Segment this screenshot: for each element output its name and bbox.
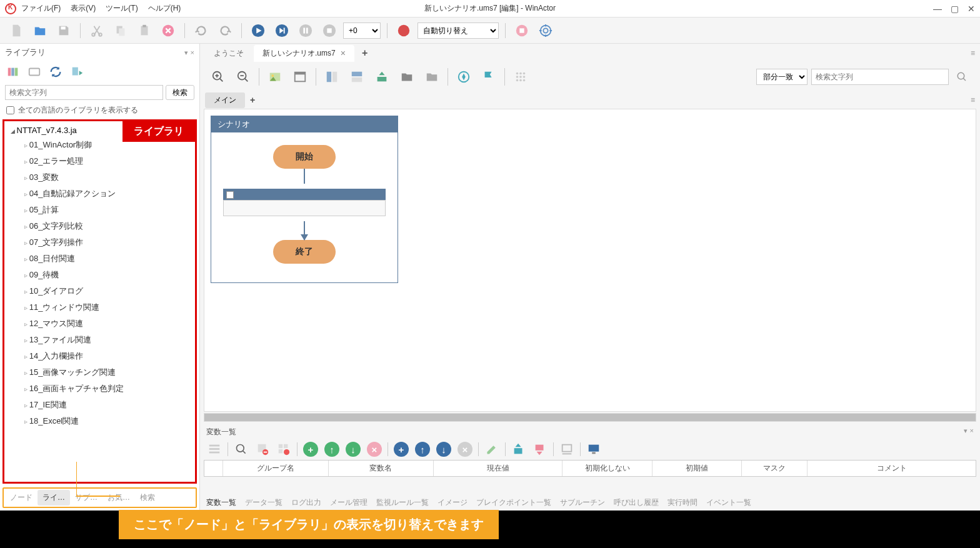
speed-select[interactable]: +0 xyxy=(343,22,381,39)
col-mask[interactable]: マスク xyxy=(742,461,808,476)
var-export-icon[interactable] xyxy=(531,440,549,459)
sidebar-close-icon[interactable]: × xyxy=(191,49,194,57)
library-search-input[interactable] xyxy=(5,85,163,100)
cut-button[interactable] xyxy=(87,21,107,41)
close-button[interactable]: ✕ xyxy=(968,4,975,14)
var-up2-icon[interactable]: ↑ xyxy=(413,440,432,459)
var-search-icon[interactable] xyxy=(232,440,251,459)
col-group[interactable]: グループ名 xyxy=(223,461,329,476)
var-panel-close-icon[interactable]: × xyxy=(970,427,974,437)
col-comment[interactable]: コメント xyxy=(808,461,976,476)
tree-item[interactable]: 13_ファイル関連 xyxy=(7,332,192,348)
var-tool-list-icon[interactable] xyxy=(205,440,224,459)
var-remove-icon[interactable]: × xyxy=(365,440,384,459)
sidebar-tab-library[interactable]: ライ… xyxy=(38,490,70,506)
tree-item[interactable]: 09_待機 xyxy=(7,267,192,283)
tree-item[interactable]: 12_マウス関連 xyxy=(7,316,192,332)
sidebar-tab-search[interactable]: 検索 xyxy=(135,490,160,506)
sidebar-tab-fav[interactable]: お気… xyxy=(102,490,135,506)
pause-button[interactable] xyxy=(296,21,316,41)
step-button[interactable] xyxy=(272,21,292,41)
tab-scenario[interactable]: 新しいシナリオ.ums7 × xyxy=(254,45,354,62)
show-all-langs-checkbox[interactable] xyxy=(6,106,14,114)
new-file-button[interactable] xyxy=(6,21,26,41)
col-current[interactable]: 現在値 xyxy=(434,461,562,476)
btab-image[interactable]: イメージ xyxy=(438,497,468,508)
btab-log[interactable]: ログ出力 xyxy=(291,497,321,508)
sub-tabs-menu-icon[interactable]: ≡ xyxy=(971,96,975,104)
search-mode-select[interactable]: 部分一致 xyxy=(756,69,808,85)
sub-tab-add[interactable]: + xyxy=(245,95,260,105)
tool-folder2-icon[interactable] xyxy=(422,67,441,86)
tool-window-icon[interactable] xyxy=(291,67,309,86)
var-clear-icon[interactable] xyxy=(558,440,576,459)
mid-node[interactable] xyxy=(223,189,386,216)
record-button[interactable] xyxy=(394,21,414,41)
var-add2-icon[interactable]: + xyxy=(392,440,411,459)
btab-data[interactable]: データ一覧 xyxy=(245,497,282,508)
menu-view[interactable]: 表示(V) xyxy=(71,3,96,14)
btab-mail[interactable]: メール管理 xyxy=(330,497,368,508)
minimize-button[interactable]: — xyxy=(933,4,942,14)
tool-flag-icon[interactable] xyxy=(479,67,498,86)
tree-item[interactable]: 07_文字列操作 xyxy=(7,234,192,251)
var-remove2-icon[interactable]: × xyxy=(456,440,474,459)
stop-button[interactable] xyxy=(319,21,339,41)
var-monitor-icon[interactable] xyxy=(584,440,603,459)
tool-image-icon[interactable] xyxy=(266,67,284,86)
paste-button[interactable] xyxy=(134,21,154,41)
flowchart-canvas[interactable]: シナリオ 開始 終了 xyxy=(204,109,976,412)
tab-add-button[interactable]: + xyxy=(356,45,374,61)
var-add-icon[interactable]: + xyxy=(301,440,320,459)
copy-button[interactable] xyxy=(111,21,131,41)
undo-button[interactable] xyxy=(191,21,211,41)
delete-button[interactable] xyxy=(158,21,178,41)
var-panel-dropdown-icon[interactable]: ▾ xyxy=(964,427,968,437)
tree-item[interactable]: 15_画像マッチング関連 xyxy=(7,364,192,381)
maximize-button[interactable]: ▢ xyxy=(951,4,959,14)
tree-item[interactable]: 06_文字列比較 xyxy=(7,218,192,234)
tool-grid-icon[interactable] xyxy=(511,67,530,86)
mode-select[interactable]: 自動切り替え xyxy=(418,22,499,39)
sidebar-dropdown-icon[interactable]: ▾ xyxy=(184,49,188,57)
tree-item[interactable]: 18_Excel関連 xyxy=(7,413,192,429)
lib-refresh-icon[interactable] xyxy=(49,65,62,79)
sub-tab-main[interactable]: メイン xyxy=(205,92,245,108)
var-down-icon[interactable]: ↓ xyxy=(344,440,362,459)
tree-item[interactable]: 14_入力欄操作 xyxy=(7,348,192,364)
col-initial[interactable]: 初期値 xyxy=(652,461,742,476)
btab-events[interactable]: イベント一覧 xyxy=(706,497,751,508)
tree-item[interactable]: 10_ダイアログ xyxy=(7,283,192,299)
tool-folder1-icon[interactable] xyxy=(398,67,416,86)
tool-upload-icon[interactable] xyxy=(372,67,391,86)
var-edit-icon[interactable] xyxy=(482,440,501,459)
btab-monitor[interactable]: 監視ルール一覧 xyxy=(376,497,429,508)
btab-vars[interactable]: 変数一覧 xyxy=(206,497,236,508)
tree-item[interactable]: 17_IE関連 xyxy=(7,397,192,413)
menu-help[interactable]: ヘルプ(H) xyxy=(148,3,181,14)
open-file-button[interactable] xyxy=(30,21,50,41)
menu-tool[interactable]: ツール(T) xyxy=(106,3,138,14)
lib-tool-2[interactable] xyxy=(28,65,41,79)
var-down2-icon[interactable]: ↓ xyxy=(434,440,453,459)
tab-close-icon[interactable]: × xyxy=(341,48,346,58)
canvas-hscrollbar[interactable] xyxy=(204,413,976,422)
menu-file[interactable]: ファイル(F) xyxy=(21,3,61,14)
library-search-button[interactable]: 検索 xyxy=(166,85,194,100)
redo-button[interactable] xyxy=(215,21,235,41)
var-filter2-icon[interactable] xyxy=(274,440,293,459)
target-button[interactable] xyxy=(536,21,556,41)
zoom-out-icon[interactable] xyxy=(234,67,252,86)
zoom-in-icon[interactable] xyxy=(209,67,228,86)
lib-tool-1[interactable] xyxy=(6,65,20,79)
btab-callhistory[interactable]: 呼び出し履歴 xyxy=(614,497,659,508)
tool-nav-icon[interactable] xyxy=(454,67,473,86)
col-noinit[interactable]: 初期化しない xyxy=(562,461,652,476)
variable-table[interactable]: グループ名 変数名 現在値 初期化しない 初期値 マスク コメント xyxy=(204,460,976,477)
btab-breakpoint[interactable]: ブレイクポイント一覧 xyxy=(476,497,551,508)
var-up-icon[interactable]: ↑ xyxy=(322,440,341,459)
start-node[interactable]: 開始 xyxy=(273,145,336,169)
tab-welcome[interactable]: ようこそ xyxy=(205,45,252,62)
lib-tool-4[interactable] xyxy=(70,65,84,79)
tree-item[interactable]: 02_エラー処理 xyxy=(7,153,192,169)
